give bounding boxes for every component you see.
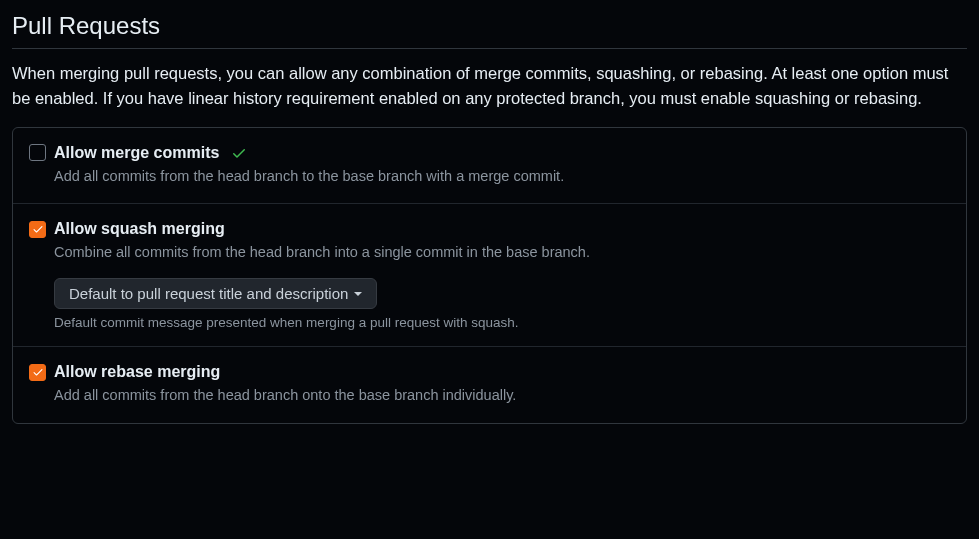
squash-dropdown-selected: Default to pull request title and descri…	[69, 285, 348, 302]
checkbox-merge-commits[interactable]	[29, 144, 46, 161]
check-icon	[231, 145, 247, 161]
label-rebase-merging: Allow rebase merging	[54, 363, 220, 381]
option-rebase-merging: Allow rebase merging Add all commits fro…	[13, 347, 966, 423]
option-merge-commits: Allow merge commits Add all commits from…	[13, 128, 966, 205]
desc-merge-commits: Add all commits from the head branch to …	[54, 166, 950, 188]
option-squash-merging: Allow squash merging Combine all commits…	[13, 204, 966, 347]
desc-rebase-merging: Add all commits from the head branch ont…	[54, 385, 950, 407]
section-title: Pull Requests	[12, 12, 967, 49]
checkbox-squash-merging[interactable]	[29, 221, 46, 238]
section-description: When merging pull requests, you can allo…	[12, 61, 967, 111]
checkbox-rebase-merging[interactable]	[29, 364, 46, 381]
squash-dropdown-help: Default commit message presented when me…	[54, 315, 950, 330]
squash-default-dropdown[interactable]: Default to pull request title and descri…	[54, 278, 377, 309]
label-squash-merging: Allow squash merging	[54, 220, 225, 238]
caret-down-icon	[354, 292, 362, 296]
desc-squash-merging: Combine all commits from the head branch…	[54, 242, 950, 264]
merge-options-box: Allow merge commits Add all commits from…	[12, 127, 967, 424]
label-merge-commits: Allow merge commits	[54, 144, 219, 162]
